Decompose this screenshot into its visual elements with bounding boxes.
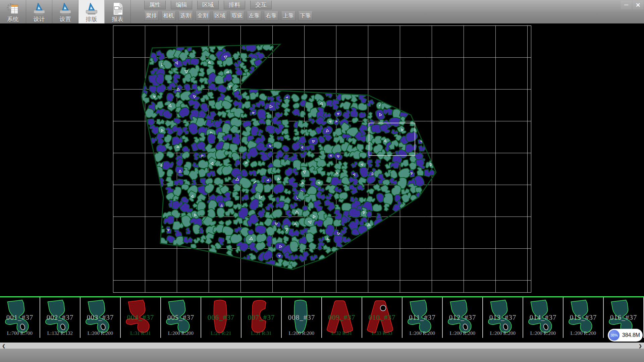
part-thumbnail[interactable]: 012_#37 L:200 R:200 [443,297,483,338]
menu-tab[interactable]: 属性 [144,1,166,9]
report-icon [111,1,125,16]
app-tab-report[interactable]: 报表 [105,0,131,23]
part-counts: L:200 R:200 [80,330,120,336]
app-tab-label: 系统 [7,16,19,23]
tool-button[interactable]: 区域 [213,11,227,21]
part-name: 013_#37 [483,313,523,322]
application-window: 系统 设计 设置 排版 报表 [0,0,644,362]
part-thumbnail[interactable]: 013_#37 L:200 R:200 [483,297,523,338]
part-name: 011_#37 [402,313,442,322]
app-tab-layout[interactable]: 排版 [78,0,105,23]
part-thumbnail[interactable]: 003_#37 L:200 R:200 [80,297,121,338]
part-thumbnail[interactable]: 014_#37 L:200 R:200 [523,297,564,338]
settings-icon [58,1,72,16]
part-counts: L:200 R:200 [443,330,482,336]
system-icon [6,1,20,16]
part-name: 004_#37 [121,313,160,322]
part-name: 010_#37 [362,313,402,322]
part-thumbnail[interactable]: 001_#37 L:700 R:700 [0,297,40,338]
part-name: 003_#37 [80,313,120,322]
window-controls: ─ ✕ [621,1,643,9]
part-counts: L:200 R:200 [161,330,201,336]
part-counts: L:200 R:200 [483,330,523,336]
menu-tab[interactable]: 编辑 [171,1,192,9]
part-name: 015_#37 [564,313,603,322]
tool-button[interactable]: 相机 [161,11,176,21]
close-button[interactable]: ✕ [633,1,643,9]
part-counts: L:32 R:31 [322,330,362,336]
horizontal-scrollbar[interactable]: ❮ ❯ [0,343,644,349]
tool-button-row: 聚排 相机 选割 全割 区域 瑕疵 左靠 右靠 上靠 下靠 [144,11,313,21]
part-name: 002_#37 [40,313,80,322]
tool-button[interactable]: 聚排 [144,11,159,21]
part-thumbnail[interactable]: 008_#37 L:200 R:200 [282,297,322,338]
app-tab-settings[interactable]: 设置 [52,0,78,23]
part-counts: L:200 R:200 [402,330,442,336]
part-name: 007_#37 [241,313,281,322]
minimize-button[interactable]: ─ [621,1,632,9]
nesting-workspace [0,23,644,296]
part-thumbnail[interactable]: 005_#37 L:200 R:200 [161,297,201,338]
memory-usage: 384.8M [620,332,643,338]
tool-button[interactable]: 瑕疵 [230,11,244,21]
app-tab-system[interactable]: 系统 [0,0,26,23]
part-name: 001_#37 [0,313,40,322]
part-thumbnail[interactable]: 015_#37 L:200 R:200 [564,297,604,338]
tool-button[interactable]: 右靠 [264,11,278,21]
scroll-right-icon[interactable]: ❯ [637,343,644,349]
menu-tab-row: 属性 编辑 区域 排料 交互 [144,1,313,9]
progress-badge: 38% 384.8M [608,329,643,342]
part-counts: L:31 R:31 [121,330,160,336]
app-tab-label: 设置 [60,16,71,23]
part-counts: L:200 R:200 [523,330,563,336]
part-counts: L:132 R:132 [40,330,80,336]
tool-button[interactable]: 上靠 [281,11,296,21]
progress-percent: 38% [609,330,620,341]
part-name: 006_#37 [201,313,241,322]
app-tab-label: 设计 [34,16,45,23]
app-tab-design[interactable]: 设计 [26,0,52,23]
app-tab-label: 报表 [112,16,123,23]
tool-button[interactable]: 左靠 [247,11,261,21]
nesting-canvas[interactable] [0,23,644,296]
part-name: 005_#37 [161,313,201,322]
part-thumbnail[interactable]: 006_#37 L:21 R:21 [201,297,241,338]
part-thumbnail[interactable]: 002_#37 L:132 R:132 [40,297,80,338]
layout-icon [85,1,99,16]
part-counts: L:21 R:21 [201,330,241,336]
part-name: 008_#37 [282,313,321,322]
tool-button[interactable]: 选割 [178,11,193,21]
part-counts: L:700 R:700 [0,330,40,336]
part-thumbnail[interactable]: 011_#37 L:200 R:200 [402,297,443,338]
part-thumbnail[interactable]: 007_#37 L:31 R:31 [241,297,282,338]
part-name: 009_#37 [322,313,362,322]
design-icon [32,1,46,16]
part-thumbnail[interactable]: 004_#37 L:31 R:31 [121,297,161,338]
tool-button[interactable]: 全割 [196,11,210,21]
part-counts: L:31 R:31 [241,330,281,336]
parts-panel: 001_#37 L:700 R:700 002_#37 L:132 R:132 … [0,296,644,338]
part-thumbnail[interactable]: 010_#37 L:33 R:33 [362,297,402,338]
part-thumbnail[interactable]: 009_#37 L:32 R:31 [322,297,362,338]
part-name: 012_#37 [443,313,482,322]
part-name: 016_#37 [604,313,643,322]
part-counts: L:200 R:200 [282,330,321,336]
part-counts: L:200 R:200 [564,330,603,336]
app-tab-label: 排版 [86,16,97,23]
menu-tab[interactable]: 区域 [197,1,219,9]
window-bottom-chrome [0,349,644,362]
menu-area: 属性 编辑 区域 排料 交互 聚排 相机 选割 全割 区域 瑕疵 左靠 右靠 上… [144,0,313,23]
scroll-left-icon[interactable]: ❮ [0,343,7,349]
part-counts: L:33 R:33 [362,330,402,336]
toolbar: 系统 设计 设置 排版 报表 [0,0,644,23]
tool-button[interactable]: 下靠 [298,11,313,21]
app-tab-bar: 系统 设计 设置 排版 报表 [0,0,131,23]
menu-tab[interactable]: 交互 [250,1,272,9]
menu-tab[interactable]: 排料 [224,1,245,9]
part-name: 014_#37 [523,313,563,322]
